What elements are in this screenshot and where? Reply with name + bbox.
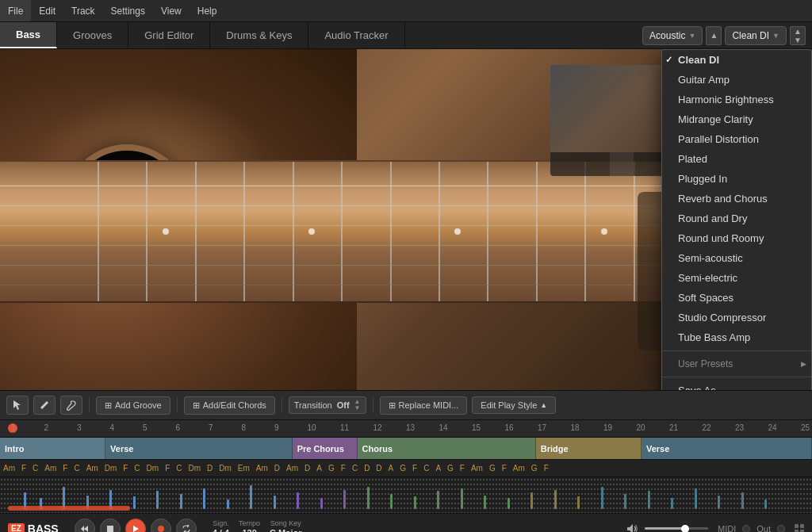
sections-row: IntroVersePre ChorusChorusBridgeVerse xyxy=(0,438,812,460)
section-chorus[interactable]: Chorus xyxy=(358,438,536,459)
timeline-num-10: 10 xyxy=(308,423,316,432)
transition-arrows[interactable]: ▲ ▼ xyxy=(354,399,361,411)
timeline-num-21: 21 xyxy=(669,423,678,432)
preset-name-chevron: ▼ xyxy=(772,32,779,40)
preset-nav-btn[interactable]: ▲▼ xyxy=(790,26,806,45)
preset-option-parallel[interactable]: Parallel Distortion xyxy=(662,129,811,149)
timeline-num-5: 5 xyxy=(143,423,147,432)
section-verse[interactable]: Verse xyxy=(105,438,293,459)
preset-option-semi-electric[interactable]: Semi-electric xyxy=(662,268,811,288)
time-signature: Sign. 4 / 4 xyxy=(213,519,229,532)
preset-option-harmonic[interactable]: Harmonic Brightness xyxy=(662,90,811,109)
tempo-value: 120 xyxy=(242,528,256,532)
tempo: Tempo 120 xyxy=(239,519,260,532)
tab-bass[interactable]: Bass xyxy=(0,22,57,48)
timeline-num-11: 11 xyxy=(340,423,349,432)
chord-31: A xyxy=(432,464,444,473)
timeline[interactable]: 1234567891011121314151617181920212223242… xyxy=(0,420,812,438)
menu-view[interactable]: View xyxy=(153,0,190,21)
chord-16: Em xyxy=(235,464,253,473)
timeline-num-7: 7 xyxy=(209,423,213,432)
preset-option-reverb[interactable]: Reverb and Chorus xyxy=(662,189,811,209)
chord-11: F xyxy=(162,464,173,473)
timeline-num-19: 19 xyxy=(603,423,612,432)
chord-3: Am xyxy=(41,464,59,473)
chord-10: Dm xyxy=(144,464,163,473)
select-tool-btn[interactable] xyxy=(6,396,29,415)
preset-option-round-roomy[interactable]: Round und Roomy xyxy=(662,228,811,248)
bottom-bar: EZ BASS Sign. xyxy=(0,513,812,532)
preset-name-select[interactable]: Clean DI ▼ xyxy=(725,26,787,45)
user-presets-section[interactable]: User Presets xyxy=(662,354,811,373)
rewind-btn[interactable] xyxy=(75,519,95,533)
menu-edit[interactable]: Edit xyxy=(31,0,63,21)
menu-file[interactable]: File xyxy=(0,0,31,21)
preset-option-label: Clean DI xyxy=(678,54,719,66)
preset-option-semi-acoustic[interactable]: Semi-acoustic xyxy=(662,248,811,268)
sep-1 xyxy=(89,397,90,413)
section-intro[interactable]: Intro xyxy=(0,438,105,459)
key-label: Song Key xyxy=(270,519,301,527)
preset-option-round-dry[interactable]: Round and Dry xyxy=(662,209,811,228)
menu-track[interactable]: Track xyxy=(63,0,103,21)
tab-audio-tracker[interactable]: Audio Tracker xyxy=(308,22,404,48)
replace-midi-icon: ⊞ xyxy=(389,400,396,411)
tab-grid-editor[interactable]: Grid Editor xyxy=(128,22,210,48)
timeline-num-24: 24 xyxy=(768,423,777,432)
section-bridge[interactable]: Bridge xyxy=(536,438,642,459)
preset-option-soft-spaces[interactable]: Soft Spaces xyxy=(662,288,811,308)
preset-mode-select[interactable]: Acoustic ▼ xyxy=(642,26,703,45)
loop-btn[interactable] xyxy=(176,519,197,533)
chord-4: F xyxy=(59,464,71,473)
preset-option-studio[interactable]: Studio Compressor xyxy=(662,308,811,327)
record-btn[interactable] xyxy=(151,519,171,533)
timeline-num-6: 6 xyxy=(176,423,181,432)
add-groove-btn[interactable]: ⊞ Add Groove xyxy=(96,396,170,415)
menu-bar: File Edit Track Settings View Help xyxy=(0,0,812,22)
chord-7: Dm xyxy=(102,464,121,473)
tab-drums-keys[interactable]: Drums & Keys xyxy=(210,22,308,48)
svg-marker-0 xyxy=(13,400,21,410)
timeline-num-2: 2 xyxy=(44,423,49,432)
stop-btn[interactable] xyxy=(100,519,121,533)
section-pre-chorus[interactable]: Pre Chorus xyxy=(293,438,358,459)
chord-12: C xyxy=(173,464,185,473)
replace-midi-btn[interactable]: ⊞ Replace MIDI... xyxy=(380,396,468,415)
expand-btn[interactable] xyxy=(795,524,804,533)
tab-grooves[interactable]: Grooves xyxy=(57,22,128,48)
out-indicator xyxy=(777,525,785,533)
preset-option-plugged[interactable]: Plugged In xyxy=(662,169,811,189)
key-value: C Major xyxy=(270,528,301,532)
chord-1: F xyxy=(18,464,29,473)
tab-bar: Bass Grooves Grid Editor Drums & Keys Au… xyxy=(0,22,812,49)
zoom-range[interactable] xyxy=(8,506,130,511)
preset-option-tube[interactable]: Tube Bass Amp xyxy=(662,327,811,347)
transport-controls xyxy=(75,519,197,533)
menu-help[interactable]: Help xyxy=(190,0,225,21)
wrench-tool-btn[interactable] xyxy=(60,396,82,415)
pencil-tool-btn[interactable] xyxy=(33,396,56,415)
edit-play-style-btn[interactable]: Edit Play Style ▲ xyxy=(472,396,556,414)
volume-slider[interactable] xyxy=(645,527,708,530)
preset-up-btn[interactable]: ▲ xyxy=(706,26,722,45)
section-verse[interactable]: Verse xyxy=(642,438,812,459)
preset-option-clean-di[interactable]: Clean DI xyxy=(662,50,811,70)
chord-36: F xyxy=(499,464,510,473)
preset-option-midrange[interactable]: Midrange Clarity xyxy=(662,109,811,129)
song-key: Song Key C Major xyxy=(270,519,301,532)
preset-option-plated[interactable]: Plated xyxy=(662,149,811,169)
chord-27: A xyxy=(385,464,397,473)
menu-settings[interactable]: Settings xyxy=(103,0,153,21)
add-groove-icon: ⊞ xyxy=(105,400,112,411)
preset-option-guitar-amp[interactable]: Guitar Amp xyxy=(662,70,811,90)
chord-39: F xyxy=(541,464,552,473)
timeline-num-18: 18 xyxy=(571,423,580,432)
play-btn[interactable] xyxy=(125,519,146,533)
timeline-num-1: 1 xyxy=(11,423,16,432)
chords-row[interactable]: AmFCAmFCAmDmFCDmFCDmDDmEmAmDAmDAGFCDDAGF… xyxy=(0,460,812,477)
wrench-icon xyxy=(66,400,77,411)
edit-play-label: Edit Play Style xyxy=(481,400,537,410)
slider-thumb[interactable] xyxy=(681,525,689,533)
save-as-btn[interactable]: Save As... xyxy=(662,381,811,390)
add-chords-btn[interactable]: ⊞ Add/Edit Chords xyxy=(184,396,275,415)
